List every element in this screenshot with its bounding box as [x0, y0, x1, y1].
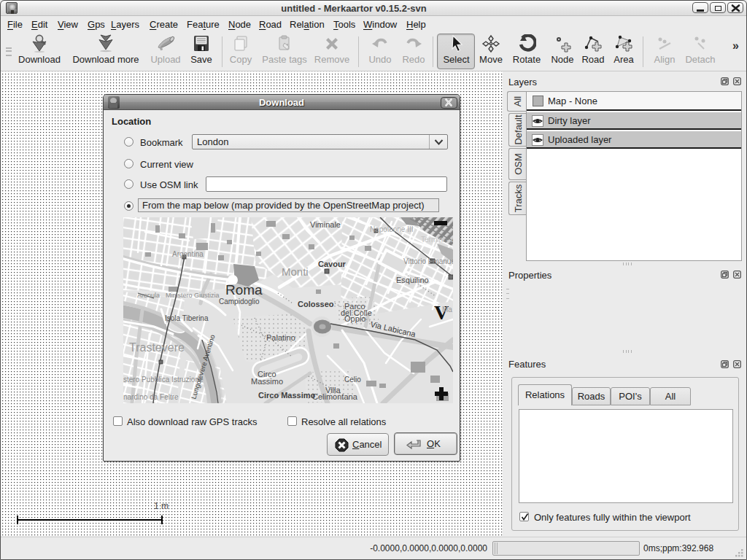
svg-text:Massimo: Massimo	[251, 377, 283, 386]
svg-text:Viminale: Viminale	[310, 220, 341, 229]
svg-text:Ministero Giustizia: Ministero Giustizia	[166, 292, 220, 299]
svg-text:1 m: 1 m	[154, 501, 169, 511]
svg-text:Termini - La: Termini - La	[421, 236, 453, 244]
svg-text:Trastevere: Trastevere	[129, 341, 185, 354]
svg-text:Circo Massimo: Circo Massimo	[258, 391, 316, 400]
svg-text:nardino da Feltre: nardino da Feltre	[123, 393, 179, 401]
svg-text:Monti: Monti	[282, 265, 309, 278]
svg-text:Campidoglio: Campidoglio	[219, 298, 260, 306]
svg-text:Roma: Roma	[225, 282, 263, 298]
svg-text:Argentina: Argentina	[172, 250, 204, 258]
svg-text:Palatino: Palatino	[266, 333, 295, 342]
svg-text:Vittorio Emanuele: Vittorio Emanuele	[403, 257, 453, 265]
svg-text:Ma: Ma	[442, 306, 452, 314]
svg-text:Esquilino: Esquilino	[396, 276, 429, 284]
svg-text:Cavour: Cavour	[318, 260, 347, 268]
svg-text:Colosseo: Colosseo	[298, 300, 334, 308]
svg-text:Arenula: Arenula	[137, 292, 160, 299]
svg-text:Isola Tiberina: Isola Tiberina	[165, 314, 209, 322]
svg-text:stero Pubblica Istruzione: stero Pubblica Istruzione	[123, 376, 204, 384]
svg-text:Oppio: Oppio	[344, 314, 365, 323]
svg-text:Celimontana: Celimontana	[312, 392, 358, 401]
svg-text:Napoleone III: Napoleone III	[370, 225, 414, 233]
svg-text:Celio: Celio	[344, 376, 361, 384]
